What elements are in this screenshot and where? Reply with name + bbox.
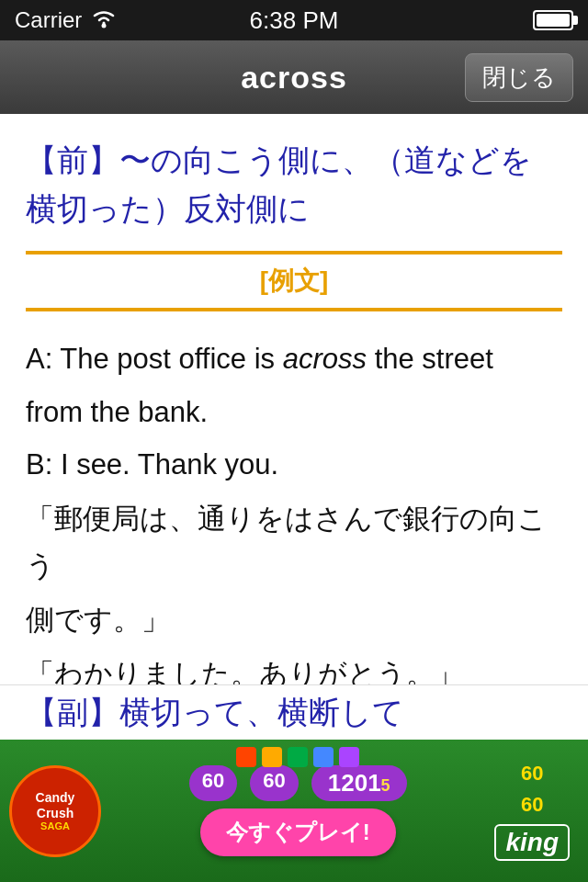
candy-1 — [236, 747, 256, 767]
next-entry-text: 【副】横切って、横断して — [26, 692, 404, 734]
example-en-3: B: I see. Thank you. — [26, 441, 562, 488]
examples-section: A: The post office is across the street … — [26, 321, 562, 684]
candy-3 — [288, 747, 308, 767]
ad-right: 60 60 king — [494, 762, 579, 861]
status-left: Carrier — [15, 6, 117, 35]
candy-5 — [339, 747, 359, 767]
battery-icon — [533, 10, 573, 30]
definition-content: 【前】〜の向こう側に、（道などを横切った）反対側に — [26, 142, 532, 226]
divider-bottom — [26, 308, 562, 311]
main-scroll: 【前】〜の向こう側に、（道などを横切った）反対側に [例文] A: The po… — [0, 114, 588, 684]
ad-score-1: 60 — [189, 765, 237, 801]
main-content: 【前】〜の向こう側に、（道などを横切った）反対側に [例文] A: The po… — [0, 114, 588, 684]
svg-point-0 — [102, 23, 107, 28]
status-right — [533, 10, 573, 30]
example-en-prefix: A: The post office is — [26, 343, 283, 375]
ad-title: CandyCrush — [36, 790, 75, 821]
carrier-label: Carrier — [15, 7, 82, 33]
example-en-1: A: The post office is across the street — [26, 335, 562, 382]
example-ja-3: 「わかりました。ありがとう。」 — [26, 650, 562, 684]
ad-score-2: 60 — [250, 765, 298, 801]
candy-pieces — [236, 747, 359, 767]
close-button[interactable]: 閉じる — [465, 53, 573, 102]
definition-text: 【前】〜の向こう側に、（道などを横切った）反対側に — [26, 136, 562, 232]
king-logo: king — [494, 824, 570, 861]
ad-score-rt-2: 60 — [521, 793, 543, 817]
ad-banner[interactable]: CandyCrush SAGA 60 60 12015 今すぐプレイ! 60 6… — [0, 740, 588, 882]
divider-top — [26, 251, 562, 254]
candy-2 — [262, 747, 282, 767]
ad-center: 60 60 12015 今すぐプレイ! — [101, 740, 494, 882]
ad-saga: SAGA — [40, 820, 70, 831]
ad-score-big: 12015 — [311, 765, 407, 801]
section-divider: [例文] — [26, 251, 562, 311]
candy-crush-logo: CandyCrush SAGA — [9, 765, 101, 857]
candy-4 — [313, 747, 334, 767]
example-en-suffix: the street — [367, 343, 493, 375]
ad-score-rt-1: 60 — [521, 762, 543, 786]
next-entry-peek: 【副】横切って、横断して — [0, 684, 588, 740]
status-bar: Carrier 6:38 PM — [0, 0, 588, 40]
example-ja-1: 「郵便局は、通りをはさんで銀行の向こう — [26, 495, 562, 589]
ad-play-button[interactable]: 今すぐプレイ! — [200, 808, 396, 856]
section-label: [例文] — [26, 258, 562, 304]
example-ja-2: 側です。」 — [26, 596, 562, 643]
ad-scores-row: 60 60 12015 — [189, 765, 407, 801]
example-keyword: across — [283, 343, 367, 375]
nav-bar: across 閉じる — [0, 40, 588, 114]
nav-title: across — [241, 60, 347, 96]
example-en-2: from the bank. — [26, 389, 562, 435]
wifi-icon — [91, 6, 117, 35]
status-time: 6:38 PM — [250, 6, 339, 35]
